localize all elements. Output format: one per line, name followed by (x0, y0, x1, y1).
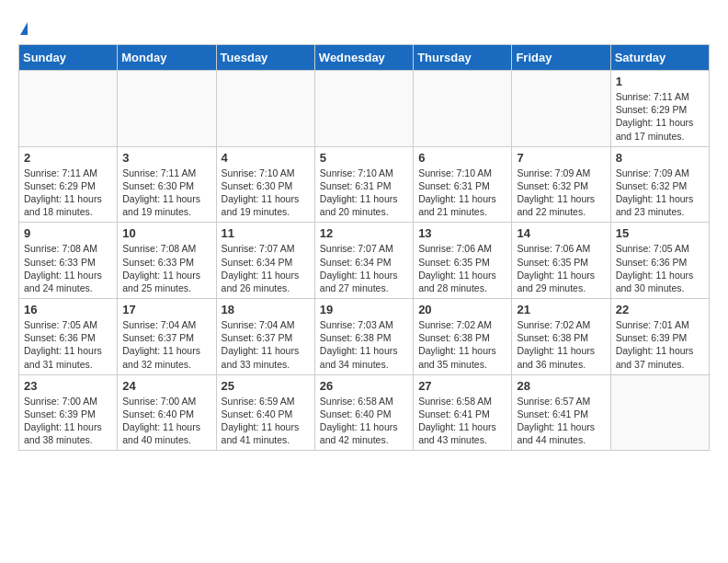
day-number: 19 (320, 303, 408, 316)
calendar-cell: 22Sunrise: 7:01 AMSunset: 6:39 PMDayligh… (610, 299, 709, 375)
calendar-table: SundayMondayTuesdayWednesdayThursdayFrid… (18, 44, 710, 451)
day-info: Sunrise: 7:04 AMSunset: 6:37 PMDaylight:… (122, 318, 210, 371)
day-info: Sunrise: 7:09 AMSunset: 6:32 PMDaylight:… (616, 167, 704, 219)
day-number: 25 (222, 379, 310, 393)
calendar-cell: 9Sunrise: 7:08 AMSunset: 6:33 PMDaylight… (19, 223, 118, 299)
day-number: 22 (616, 303, 704, 316)
week-row-1: 1Sunrise: 7:11 AMSunset: 6:29 PMDaylight… (19, 71, 710, 147)
day-info: Sunrise: 6:58 AMSunset: 6:40 PMDaylight:… (320, 395, 408, 447)
day-number: 6 (418, 151, 506, 165)
day-number: 1 (616, 75, 704, 88)
day-number: 21 (517, 303, 605, 316)
day-info: Sunrise: 7:05 AMSunset: 6:36 PMDaylight:… (616, 242, 704, 294)
day-number: 15 (616, 226, 704, 240)
header (18, 18, 710, 35)
calendar-cell (512, 71, 610, 147)
calendar-cell: 25Sunrise: 6:59 AMSunset: 6:40 PMDayligh… (216, 374, 314, 451)
calendar-cell: 7Sunrise: 7:09 AMSunset: 6:32 PMDaylight… (512, 146, 610, 223)
day-number: 16 (24, 303, 112, 316)
day-info: Sunrise: 7:02 AMSunset: 6:38 PMDaylight:… (517, 318, 605, 371)
weekday-tuesday: Tuesday (216, 45, 314, 71)
calendar-cell: 23Sunrise: 7:00 AMSunset: 6:39 PMDayligh… (19, 374, 118, 451)
calendar-cell: 24Sunrise: 7:00 AMSunset: 6:40 PMDayligh… (118, 374, 216, 451)
calendar-cell: 11Sunrise: 7:07 AMSunset: 6:34 PMDayligh… (216, 223, 314, 299)
day-number: 17 (122, 303, 210, 316)
day-info: Sunrise: 7:03 AMSunset: 6:38 PMDaylight:… (320, 318, 408, 371)
calendar-cell: 17Sunrise: 7:04 AMSunset: 6:37 PMDayligh… (118, 299, 216, 375)
day-number: 28 (517, 379, 605, 393)
calendar-cell: 20Sunrise: 7:02 AMSunset: 6:38 PMDayligh… (414, 299, 512, 375)
day-info: Sunrise: 6:57 AMSunset: 6:41 PMDaylight:… (517, 395, 605, 447)
day-info: Sunrise: 7:10 AMSunset: 6:30 PMDaylight:… (222, 167, 310, 219)
day-info: Sunrise: 7:08 AMSunset: 6:33 PMDaylight:… (122, 242, 210, 294)
day-number: 20 (418, 303, 506, 316)
calendar-cell: 28Sunrise: 6:57 AMSunset: 6:41 PMDayligh… (512, 374, 610, 451)
day-number: 7 (517, 151, 605, 165)
calendar-cell (118, 71, 216, 147)
day-info: Sunrise: 7:07 AMSunset: 6:34 PMDaylight:… (320, 242, 408, 294)
day-number: 10 (122, 226, 210, 240)
day-info: Sunrise: 7:00 AMSunset: 6:39 PMDaylight:… (24, 395, 112, 447)
day-info: Sunrise: 7:00 AMSunset: 6:40 PMDaylight:… (122, 395, 210, 447)
weekday-friday: Friday (512, 45, 610, 71)
calendar-cell: 13Sunrise: 7:06 AMSunset: 6:35 PMDayligh… (414, 223, 512, 299)
day-info: Sunrise: 7:02 AMSunset: 6:38 PMDaylight:… (418, 318, 506, 371)
calendar-cell: 10Sunrise: 7:08 AMSunset: 6:33 PMDayligh… (118, 223, 216, 299)
day-info: Sunrise: 7:01 AMSunset: 6:39 PMDaylight:… (616, 318, 704, 371)
calendar-cell: 8Sunrise: 7:09 AMSunset: 6:32 PMDaylight… (610, 146, 709, 223)
day-number: 9 (24, 226, 112, 240)
calendar-cell: 5Sunrise: 7:10 AMSunset: 6:31 PMDaylight… (314, 146, 413, 223)
calendar-cell: 26Sunrise: 6:58 AMSunset: 6:40 PMDayligh… (314, 374, 413, 451)
calendar-cell (610, 374, 709, 451)
calendar-cell: 4Sunrise: 7:10 AMSunset: 6:30 PMDaylight… (216, 146, 314, 223)
day-info: Sunrise: 7:07 AMSunset: 6:34 PMDaylight:… (222, 242, 310, 294)
calendar-cell (314, 71, 413, 147)
day-info: Sunrise: 7:04 AMSunset: 6:37 PMDaylight:… (222, 318, 310, 371)
week-row-3: 9Sunrise: 7:08 AMSunset: 6:33 PMDaylight… (19, 223, 710, 299)
day-info: Sunrise: 7:11 AMSunset: 6:29 PMDaylight:… (616, 90, 704, 143)
day-number: 4 (222, 151, 310, 165)
calendar-cell (19, 71, 118, 147)
day-number: 26 (320, 379, 408, 393)
weekday-monday: Monday (118, 45, 216, 71)
week-row-4: 16Sunrise: 7:05 AMSunset: 6:36 PMDayligh… (19, 299, 710, 375)
day-info: Sunrise: 7:11 AMSunset: 6:29 PMDaylight:… (24, 167, 112, 219)
day-info: Sunrise: 7:08 AMSunset: 6:33 PMDaylight:… (24, 242, 112, 294)
logo (18, 18, 28, 35)
weekday-wednesday: Wednesday (314, 45, 413, 71)
day-number: 18 (222, 303, 310, 316)
day-info: Sunrise: 7:10 AMSunset: 6:31 PMDaylight:… (418, 167, 506, 219)
day-number: 23 (24, 379, 112, 393)
calendar-cell: 2Sunrise: 7:11 AMSunset: 6:29 PMDaylight… (19, 146, 118, 223)
day-info: Sunrise: 7:10 AMSunset: 6:31 PMDaylight:… (320, 167, 408, 219)
calendar-cell: 6Sunrise: 7:10 AMSunset: 6:31 PMDaylight… (414, 146, 512, 223)
day-number: 24 (122, 379, 210, 393)
day-info: Sunrise: 6:58 AMSunset: 6:41 PMDaylight:… (418, 395, 506, 447)
day-info: Sunrise: 7:09 AMSunset: 6:32 PMDaylight:… (517, 167, 605, 219)
day-info: Sunrise: 7:06 AMSunset: 6:35 PMDaylight:… (418, 242, 506, 294)
calendar-cell (414, 71, 512, 147)
logo-icon (20, 22, 28, 35)
day-number: 27 (418, 379, 506, 393)
day-info: Sunrise: 7:11 AMSunset: 6:30 PMDaylight:… (122, 167, 210, 219)
weekday-header-row: SundayMondayTuesdayWednesdayThursdayFrid… (19, 45, 710, 71)
day-number: 11 (222, 226, 310, 240)
day-number: 2 (24, 151, 112, 165)
day-info: Sunrise: 6:59 AMSunset: 6:40 PMDaylight:… (222, 395, 310, 447)
calendar-cell: 12Sunrise: 7:07 AMSunset: 6:34 PMDayligh… (314, 223, 413, 299)
calendar-cell: 19Sunrise: 7:03 AMSunset: 6:38 PMDayligh… (314, 299, 413, 375)
calendar-cell: 15Sunrise: 7:05 AMSunset: 6:36 PMDayligh… (610, 223, 709, 299)
day-number: 12 (320, 226, 408, 240)
day-info: Sunrise: 7:05 AMSunset: 6:36 PMDaylight:… (24, 318, 112, 371)
day-info: Sunrise: 7:06 AMSunset: 6:35 PMDaylight:… (517, 242, 605, 294)
weekday-saturday: Saturday (610, 45, 709, 71)
day-number: 5 (320, 151, 408, 165)
calendar-cell (216, 71, 314, 147)
calendar-cell: 1Sunrise: 7:11 AMSunset: 6:29 PMDaylight… (610, 71, 709, 147)
day-number: 14 (517, 226, 605, 240)
calendar-cell: 3Sunrise: 7:11 AMSunset: 6:30 PMDaylight… (118, 146, 216, 223)
calendar-cell: 27Sunrise: 6:58 AMSunset: 6:41 PMDayligh… (414, 374, 512, 451)
day-number: 13 (418, 226, 506, 240)
weekday-sunday: Sunday (19, 45, 118, 71)
calendar-cell: 21Sunrise: 7:02 AMSunset: 6:38 PMDayligh… (512, 299, 610, 375)
